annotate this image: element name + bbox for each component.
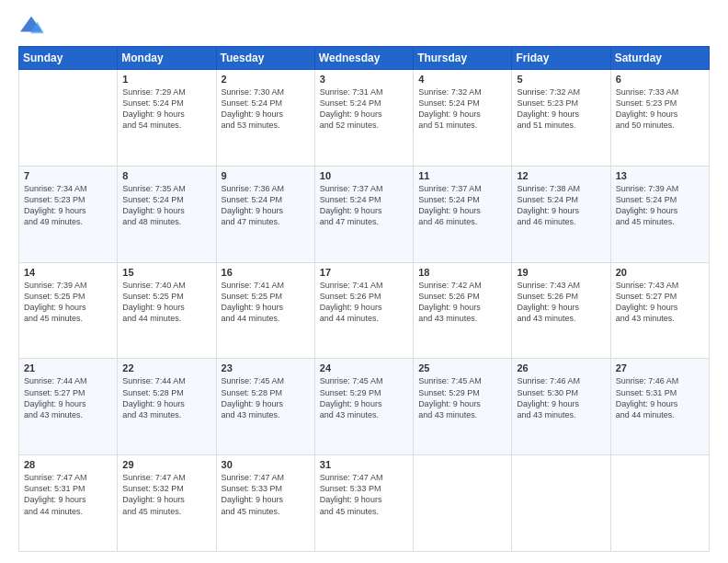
day-info: Sunrise: 7:37 AM Sunset: 5:24 PM Dayligh…	[320, 183, 408, 228]
calendar-cell: 30Sunrise: 7:47 AM Sunset: 5:33 PM Dayli…	[216, 455, 314, 552]
day-number: 16	[222, 267, 310, 278]
page: SundayMondayTuesdayWednesdayThursdayFrid…	[0, 0, 728, 563]
day-info: Sunrise: 7:47 AM Sunset: 5:33 PM Dayligh…	[320, 472, 408, 517]
calendar-cell: 25Sunrise: 7:45 AM Sunset: 5:29 PM Dayli…	[414, 359, 512, 455]
day-info: Sunrise: 7:31 AM Sunset: 5:24 PM Dayligh…	[320, 86, 408, 132]
calendar-day-header: Wednesday	[314, 47, 413, 70]
calendar-day-header: Thursday	[414, 47, 512, 70]
day-info: Sunrise: 7:34 AM Sunset: 5:23 PM Dayligh…	[24, 183, 112, 228]
day-info: Sunrise: 7:39 AM Sunset: 5:25 PM Dayligh…	[24, 280, 112, 325]
day-number: 26	[517, 362, 605, 373]
calendar-cell: 31Sunrise: 7:47 AM Sunset: 5:33 PM Dayli…	[314, 455, 413, 552]
day-number: 25	[418, 362, 506, 373]
calendar-cell: 21Sunrise: 7:44 AM Sunset: 5:27 PM Dayli…	[19, 359, 118, 455]
calendar-cell: 2Sunrise: 7:30 AM Sunset: 5:24 PM Daylig…	[216, 70, 314, 167]
day-number: 7	[24, 170, 112, 181]
calendar-cell: 1Sunrise: 7:29 AM Sunset: 5:24 PM Daylig…	[118, 70, 216, 167]
day-number: 30	[222, 459, 310, 470]
calendar-table: SundayMondayTuesdayWednesdayThursdayFrid…	[18, 46, 710, 552]
calendar-cell: 3Sunrise: 7:31 AM Sunset: 5:24 PM Daylig…	[314, 70, 413, 167]
calendar-week-row: 21Sunrise: 7:44 AM Sunset: 5:27 PM Dayli…	[19, 359, 710, 455]
logo	[18, 15, 48, 37]
day-info: Sunrise: 7:37 AM Sunset: 5:24 PM Dayligh…	[418, 183, 506, 228]
day-number: 23	[222, 362, 310, 373]
calendar-cell	[512, 455, 610, 552]
day-info: Sunrise: 7:43 AM Sunset: 5:27 PM Dayligh…	[616, 280, 704, 325]
calendar-cell: 16Sunrise: 7:41 AM Sunset: 5:25 PM Dayli…	[216, 262, 314, 359]
day-number: 31	[320, 459, 408, 470]
calendar-cell: 14Sunrise: 7:39 AM Sunset: 5:25 PM Dayli…	[19, 262, 118, 359]
calendar-day-header: Saturday	[610, 47, 709, 70]
calendar-cell: 22Sunrise: 7:44 AM Sunset: 5:28 PM Dayli…	[118, 359, 216, 455]
calendar-cell: 19Sunrise: 7:43 AM Sunset: 5:26 PM Dayli…	[512, 262, 610, 359]
calendar-week-row: 14Sunrise: 7:39 AM Sunset: 5:25 PM Dayli…	[19, 262, 710, 359]
calendar-cell: 18Sunrise: 7:42 AM Sunset: 5:26 PM Dayli…	[414, 262, 512, 359]
calendar-day-header: Monday	[118, 47, 216, 70]
day-info: Sunrise: 7:41 AM Sunset: 5:25 PM Dayligh…	[222, 280, 310, 325]
day-info: Sunrise: 7:47 AM Sunset: 5:31 PM Dayligh…	[24, 472, 112, 517]
day-number: 12	[517, 170, 605, 181]
day-info: Sunrise: 7:47 AM Sunset: 5:32 PM Dayligh…	[122, 472, 210, 517]
calendar-cell: 28Sunrise: 7:47 AM Sunset: 5:31 PM Dayli…	[19, 455, 118, 552]
day-info: Sunrise: 7:30 AM Sunset: 5:24 PM Dayligh…	[222, 86, 310, 132]
calendar-cell: 7Sunrise: 7:34 AM Sunset: 5:23 PM Daylig…	[19, 166, 118, 262]
day-number: 4	[418, 74, 506, 85]
day-number: 17	[320, 267, 408, 278]
day-number: 1	[122, 74, 210, 85]
calendar-cell: 6Sunrise: 7:33 AM Sunset: 5:23 PM Daylig…	[610, 70, 709, 167]
day-info: Sunrise: 7:46 AM Sunset: 5:31 PM Dayligh…	[616, 375, 704, 420]
day-info: Sunrise: 7:45 AM Sunset: 5:28 PM Dayligh…	[222, 375, 310, 420]
day-info: Sunrise: 7:33 AM Sunset: 5:23 PM Dayligh…	[616, 86, 704, 132]
day-number: 14	[24, 267, 112, 278]
day-number: 24	[320, 362, 408, 373]
calendar-cell: 23Sunrise: 7:45 AM Sunset: 5:28 PM Dayli…	[216, 359, 314, 455]
calendar-cell	[414, 455, 512, 552]
day-number: 6	[616, 74, 704, 85]
day-info: Sunrise: 7:47 AM Sunset: 5:33 PM Dayligh…	[222, 472, 310, 517]
day-number: 29	[122, 459, 210, 470]
day-info: Sunrise: 7:32 AM Sunset: 5:23 PM Dayligh…	[517, 86, 605, 132]
day-info: Sunrise: 7:38 AM Sunset: 5:24 PM Dayligh…	[517, 183, 605, 228]
day-number: 13	[616, 170, 704, 181]
day-info: Sunrise: 7:45 AM Sunset: 5:29 PM Dayligh…	[320, 375, 408, 420]
day-number: 11	[418, 170, 506, 181]
calendar-day-header: Tuesday	[216, 47, 314, 70]
day-info: Sunrise: 7:43 AM Sunset: 5:26 PM Dayligh…	[517, 280, 605, 325]
calendar-cell	[610, 455, 709, 552]
day-number: 8	[122, 170, 210, 181]
day-number: 3	[320, 74, 408, 85]
calendar-cell: 24Sunrise: 7:45 AM Sunset: 5:29 PM Dayli…	[314, 359, 413, 455]
calendar-cell: 12Sunrise: 7:38 AM Sunset: 5:24 PM Dayli…	[512, 166, 610, 262]
calendar-cell: 26Sunrise: 7:46 AM Sunset: 5:30 PM Dayli…	[512, 359, 610, 455]
day-number: 22	[122, 362, 210, 373]
header	[18, 15, 710, 37]
calendar-cell: 29Sunrise: 7:47 AM Sunset: 5:32 PM Dayli…	[118, 455, 216, 552]
calendar-cell: 15Sunrise: 7:40 AM Sunset: 5:25 PM Dayli…	[118, 262, 216, 359]
calendar-cell: 11Sunrise: 7:37 AM Sunset: 5:24 PM Dayli…	[414, 166, 512, 262]
day-info: Sunrise: 7:41 AM Sunset: 5:26 PM Dayligh…	[320, 280, 408, 325]
day-number: 19	[517, 267, 605, 278]
day-info: Sunrise: 7:35 AM Sunset: 5:24 PM Dayligh…	[122, 183, 210, 228]
day-number: 9	[222, 170, 310, 181]
calendar-cell: 5Sunrise: 7:32 AM Sunset: 5:23 PM Daylig…	[512, 70, 610, 167]
day-info: Sunrise: 7:29 AM Sunset: 5:24 PM Dayligh…	[122, 86, 210, 132]
day-info: Sunrise: 7:44 AM Sunset: 5:27 PM Dayligh…	[24, 375, 112, 420]
calendar-cell: 10Sunrise: 7:37 AM Sunset: 5:24 PM Dayli…	[314, 166, 413, 262]
calendar-cell: 13Sunrise: 7:39 AM Sunset: 5:24 PM Dayli…	[610, 166, 709, 262]
day-number: 27	[616, 362, 704, 373]
day-number: 28	[24, 459, 112, 470]
day-info: Sunrise: 7:44 AM Sunset: 5:28 PM Dayligh…	[122, 375, 210, 420]
day-info: Sunrise: 7:40 AM Sunset: 5:25 PM Dayligh…	[122, 280, 210, 325]
calendar-cell: 27Sunrise: 7:46 AM Sunset: 5:31 PM Dayli…	[610, 359, 709, 455]
day-number: 10	[320, 170, 408, 181]
calendar-cell: 8Sunrise: 7:35 AM Sunset: 5:24 PM Daylig…	[118, 166, 216, 262]
day-info: Sunrise: 7:45 AM Sunset: 5:29 PM Dayligh…	[418, 375, 506, 420]
day-info: Sunrise: 7:32 AM Sunset: 5:24 PM Dayligh…	[418, 86, 506, 132]
calendar-day-header: Friday	[512, 47, 610, 70]
calendar-cell: 17Sunrise: 7:41 AM Sunset: 5:26 PM Dayli…	[314, 262, 413, 359]
day-number: 20	[616, 267, 704, 278]
day-number: 5	[517, 74, 605, 85]
logo-icon	[18, 15, 44, 37]
calendar-cell: 9Sunrise: 7:36 AM Sunset: 5:24 PM Daylig…	[216, 166, 314, 262]
day-number: 2	[222, 74, 310, 85]
